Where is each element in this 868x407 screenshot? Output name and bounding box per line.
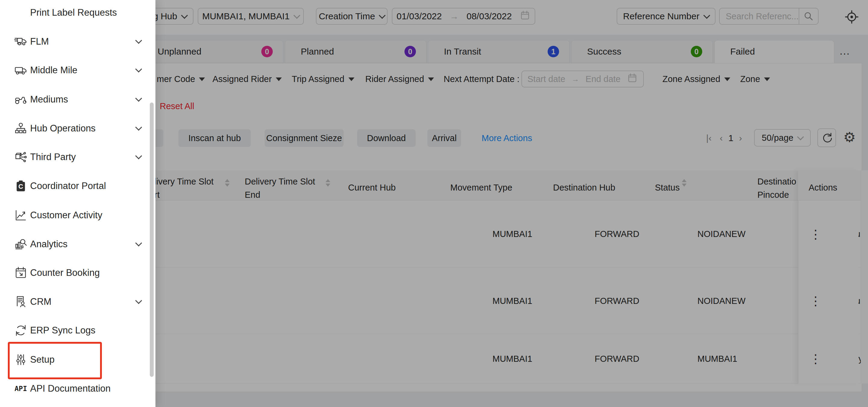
sidebar-item[interactable]: C Coordinator Portal xyxy=(0,171,148,200)
truck-icon xyxy=(14,35,28,49)
action-button[interactable]: Inscan at hub xyxy=(179,129,251,147)
search-type-dropdown[interactable]: Reference Number xyxy=(617,8,715,25)
sidebar-item[interactable]: Customer Activity xyxy=(0,201,148,230)
action-button[interactable]: Consignment Sieze xyxy=(265,129,344,147)
date-from: 01/03/2022 xyxy=(397,11,442,22)
status-tab[interactable]: In Transit 1 xyxy=(428,40,569,63)
end-date-placeholder: End date xyxy=(586,74,621,84)
tabs-overflow-button[interactable]: ... xyxy=(840,45,850,57)
sliders-icon xyxy=(14,353,28,367)
column-header[interactable]: Delivery Time SlotEnd xyxy=(245,175,315,201)
next-attempt-date-range[interactable]: Start date → End date xyxy=(521,70,644,87)
current-hub-cell: MUMBAI1 xyxy=(493,296,532,306)
column-header[interactable]: Movement Type xyxy=(450,181,513,194)
range-arrow-icon: → xyxy=(572,75,579,84)
next-attempt-label: Next Attempt Date : xyxy=(444,74,519,84)
locate-icon[interactable] xyxy=(844,8,860,25)
filter-dropdown[interactable]: mer Code xyxy=(157,72,205,86)
search-box xyxy=(719,8,818,25)
range-arrow-icon: → xyxy=(450,11,459,22)
caret-down-icon xyxy=(276,77,282,84)
filter-dropdown[interactable]: Zone xyxy=(740,72,770,86)
sidebar-item[interactable]: API API Documentation xyxy=(0,374,148,403)
page-size-value: 50/page xyxy=(762,133,794,143)
filter-dropdown[interactable]: Trip Assigned xyxy=(292,72,354,86)
svg-text:C: C xyxy=(19,183,23,190)
clipboard-icon: C xyxy=(14,179,28,193)
fixed-actions-column xyxy=(798,170,858,383)
sidebar-scrollbar[interactable] xyxy=(150,102,154,377)
more-actions-link[interactable]: More Actions xyxy=(482,133,532,143)
date-range-picker[interactable]: 01/03/2022 → 08/03/2022 xyxy=(392,8,535,25)
sidebar-item[interactable]: Setup xyxy=(0,345,148,374)
chevron-down-icon xyxy=(135,297,142,304)
sidebar-item[interactable]: Analytics xyxy=(0,230,148,259)
sidebar-item[interactable]: Hub Operations xyxy=(0,114,148,143)
status-tab[interactable]: Planned 0 xyxy=(285,40,427,63)
reset-all-link[interactable]: Reset All xyxy=(160,101,194,111)
column-header[interactable]: Status xyxy=(655,181,680,194)
count-badge: 0 xyxy=(261,46,273,57)
status-tab[interactable]: Unplanned 0 xyxy=(142,40,283,63)
sidebar-item[interactable]: Third Party xyxy=(0,143,148,171)
chevron-down-icon xyxy=(293,12,301,19)
hub-filter-label: g Hub xyxy=(153,11,177,22)
filter-dropdown[interactable]: Rider Assigned xyxy=(365,72,434,86)
sort-icon[interactable] xyxy=(682,179,687,187)
table-settings-gear-icon[interactable]: ⚙ xyxy=(843,129,856,145)
status-tab[interactable]: Failed xyxy=(714,40,834,63)
table-row: MUMBAI1 FORWARD NOIDANEW In Transit To H… xyxy=(144,268,862,334)
page-size-select[interactable]: 50/page xyxy=(754,129,811,147)
svg-text:API: API xyxy=(14,385,27,393)
chevron-down-icon xyxy=(181,12,188,19)
table-row: MUMBAI1 FORWARD NOIDANEW In Transit To H… xyxy=(144,200,862,268)
filter-dropdown[interactable]: Assigned Rider xyxy=(213,72,282,86)
pagination-current-page[interactable]: 1 xyxy=(726,129,736,147)
hub-value-dropdown[interactable]: MUMBAI1, MUMBAI1 xyxy=(198,8,304,25)
search-input[interactable] xyxy=(720,11,799,22)
chevron-down-icon xyxy=(135,37,142,44)
filter-dropdown[interactable]: Zone Assigned xyxy=(662,72,730,86)
column-header[interactable]: Current Hub xyxy=(348,181,396,194)
calendar-icon xyxy=(520,10,530,23)
search-button[interactable] xyxy=(799,8,818,24)
sidebar-item[interactable]: Counter Booking xyxy=(0,258,148,287)
sort-icon[interactable] xyxy=(326,179,330,187)
chevron-down-icon xyxy=(135,153,142,159)
pagination-next-button[interactable]: › xyxy=(736,129,745,147)
date-to: 08/03/2022 xyxy=(467,11,512,22)
sidebar-item[interactable]: Middle Mile xyxy=(0,56,148,85)
kebab-menu-icon[interactable]: ⋮ xyxy=(809,294,822,308)
action-button[interactable]: Arrival xyxy=(427,129,461,147)
chevron-down-icon xyxy=(797,133,804,140)
action-button[interactable]: Download xyxy=(357,129,415,147)
sort-icon[interactable] xyxy=(225,179,230,187)
sidebar-item[interactable]: Print Label Requests xyxy=(0,0,148,27)
api-icon: API xyxy=(14,382,28,396)
sync-icon xyxy=(14,323,28,337)
chevron-down-icon xyxy=(135,66,142,73)
caret-down-icon xyxy=(348,77,354,84)
crm-icon xyxy=(14,295,28,309)
column-header[interactable]: livery Time Slotrt xyxy=(154,175,214,201)
status-tab[interactable]: Success 0 xyxy=(571,40,713,63)
kebab-menu-icon[interactable]: ⋮ xyxy=(809,352,822,366)
calendar-booking-icon xyxy=(14,266,28,280)
sidebar-item[interactable]: FLM xyxy=(0,27,148,56)
column-header[interactable]: Destination Hub xyxy=(553,181,615,194)
sidebar-item[interactable]: CRM xyxy=(0,287,148,316)
destination-hub-cell: NOIDANEW xyxy=(698,229,746,239)
sidebar-item[interactable]: ERP Sync Logs xyxy=(0,316,148,345)
table-scrollbar[interactable] xyxy=(861,170,868,383)
destination-hub-cell: NOIDANEW xyxy=(698,296,746,306)
caret-down-icon xyxy=(199,77,205,84)
kebab-menu-icon[interactable]: ⋮ xyxy=(809,227,822,241)
column-header[interactable]: DestinatioPincode xyxy=(757,175,796,201)
time-filter-dropdown[interactable]: Creation Time xyxy=(316,8,388,25)
van-icon xyxy=(14,63,28,77)
sidebar-item[interactable]: Mediums xyxy=(0,85,148,114)
refresh-button[interactable] xyxy=(817,128,836,147)
chevron-down-icon xyxy=(379,12,386,19)
pagination-first-button[interactable]: |‹ xyxy=(702,129,715,147)
pagination-prev-button[interactable]: ‹ xyxy=(717,129,726,147)
